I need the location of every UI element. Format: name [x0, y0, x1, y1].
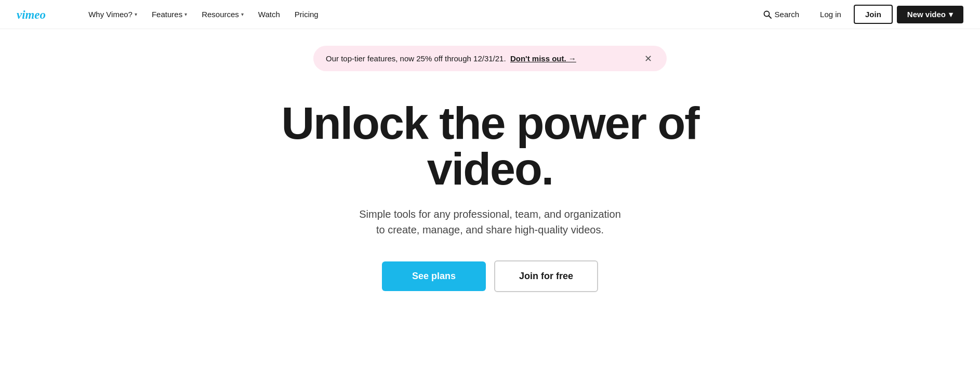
hero-subtitle: Simple tools for any professional, team,… [355, 206, 625, 238]
chevron-icon: ▾ [241, 11, 244, 17]
banner-close-button[interactable]: ✕ [642, 54, 654, 63]
banner-text: Our top-tier features, now 25% off throu… [326, 53, 576, 64]
banner-wrapper: Our top-tier features, now 25% off throu… [0, 29, 980, 80]
search-button[interactable]: Search [755, 6, 808, 23]
chevron-icon: ▾ [184, 11, 187, 17]
navbar: vimeo Why Vimeo? ▾ Features ▾ Resources … [0, 0, 980, 29]
chevron-icon: ▾ [135, 11, 137, 17]
svg-line-2 [769, 16, 771, 18]
hero-buttons: See plans Join for free [382, 260, 598, 292]
navbar-right: Search Log in Join New video ▾ [755, 5, 963, 24]
login-button[interactable]: Log in [812, 6, 850, 23]
hero-title: Unlock the power of video. [256, 100, 724, 192]
new-video-button[interactable]: New video ▾ [897, 6, 963, 23]
search-icon [763, 10, 772, 19]
promo-banner: Our top-tier features, now 25% off throu… [313, 46, 667, 71]
vimeo-logo[interactable]: vimeo [17, 7, 65, 22]
see-plans-button[interactable]: See plans [382, 261, 486, 291]
nav-why-vimeo[interactable]: Why Vimeo? ▾ [82, 6, 143, 23]
nav-pricing[interactable]: Pricing [288, 6, 325, 23]
nav-features[interactable]: Features ▾ [145, 6, 193, 23]
vimeo-logo-svg: vimeo [17, 7, 65, 22]
join-button[interactable]: Join [854, 5, 893, 24]
banner-link[interactable]: Don't miss out. → [510, 54, 576, 63]
chevron-down-icon: ▾ [949, 10, 953, 19]
nav-links: Why Vimeo? ▾ Features ▾ Resources ▾ Watc… [82, 6, 754, 23]
hero-section: Unlock the power of video. Simple tools … [0, 80, 980, 323]
nav-resources[interactable]: Resources ▾ [195, 6, 250, 23]
svg-text:vimeo: vimeo [17, 8, 46, 21]
nav-watch[interactable]: Watch [252, 6, 286, 23]
join-for-free-button[interactable]: Join for free [494, 260, 598, 292]
